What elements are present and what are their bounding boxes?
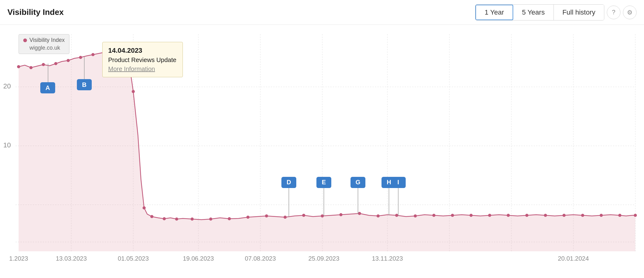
svg-point-47 [488, 214, 491, 217]
svg-point-44 [432, 214, 435, 217]
header: Visibility Index 1 Year 5 Years Full his… [0, 0, 644, 25]
legend-title: Visibility Index [29, 37, 65, 43]
legend-title-line: Visibility Index [23, 37, 65, 43]
svg-point-54 [618, 214, 621, 217]
svg-point-34 [246, 216, 249, 219]
svg-text:07.08.2023: 07.08.2023 [245, 255, 276, 262]
svg-text:10: 10 [3, 141, 11, 149]
svg-point-43 [414, 214, 417, 217]
svg-point-28 [150, 215, 153, 218]
one-year-button[interactable]: 1 Year [475, 5, 513, 20]
svg-point-46 [470, 214, 473, 217]
svg-text:H: H [387, 179, 391, 186]
visibility-chart: 20 10 [0, 25, 644, 278]
svg-point-42 [395, 214, 398, 217]
chart-legend: Visibility Index wiggle.co.uk [19, 34, 69, 54]
page-container: Visibility Index 1 Year 5 Years Full his… [0, 0, 644, 278]
svg-point-19 [54, 62, 57, 65]
svg-point-21 [79, 56, 82, 59]
svg-point-20 [67, 59, 70, 62]
svg-point-24 [116, 49, 119, 52]
svg-text:B: B [82, 81, 86, 88]
svg-point-23 [104, 51, 107, 54]
legend-color-dot [23, 38, 27, 42]
svg-point-52 [581, 214, 584, 217]
svg-point-38 [321, 214, 324, 217]
legend-subtitle: wiggle.co.uk [23, 45, 65, 51]
svg-point-22 [91, 53, 95, 56]
svg-point-55 [634, 214, 637, 217]
svg-point-29 [163, 217, 166, 220]
svg-point-31 [191, 217, 194, 221]
svg-text:A: A [46, 84, 50, 91]
svg-text:G: G [355, 179, 360, 186]
full-history-button[interactable]: Full history [554, 5, 604, 20]
svg-point-18 [42, 63, 45, 66]
help-button[interactable]: ? [607, 6, 620, 19]
svg-point-32 [209, 217, 212, 221]
svg-text:E: E [322, 179, 326, 186]
svg-text:C: C [125, 52, 129, 59]
svg-text:19.06.2023: 19.06.2023 [183, 255, 214, 262]
svg-point-16 [17, 65, 20, 68]
svg-point-17 [29, 66, 33, 69]
five-years-button[interactable]: 5 Years [513, 5, 554, 20]
settings-button[interactable]: ⚙ [623, 6, 637, 19]
svg-text:13.11.2023: 13.11.2023 [372, 255, 403, 262]
svg-text:I: I [397, 179, 399, 186]
svg-point-30 [175, 217, 178, 221]
svg-point-37 [302, 214, 305, 217]
time-range-group: 1 Year 5 Years Full history [475, 4, 604, 20]
svg-point-50 [544, 214, 547, 217]
page-title: Visibility Index [7, 7, 64, 17]
svg-point-33 [228, 217, 231, 220]
svg-point-26 [132, 90, 135, 93]
svg-point-48 [507, 214, 510, 217]
svg-point-41 [377, 214, 380, 217]
svg-point-53 [600, 214, 603, 217]
svg-text:D: D [287, 179, 291, 186]
svg-text:13.03.2023: 13.03.2023 [56, 255, 87, 262]
svg-text:01.05.2023: 01.05.2023 [118, 255, 149, 262]
header-controls: 1 Year 5 Years Full history ? ⚙ [475, 4, 637, 20]
svg-point-35 [265, 214, 268, 217]
svg-point-45 [451, 214, 454, 217]
svg-point-49 [525, 214, 528, 217]
svg-text:1.2023: 1.2023 [9, 255, 28, 262]
svg-point-39 [339, 213, 342, 216]
svg-text:20.01.2024: 20.01.2024 [558, 255, 589, 262]
svg-point-51 [562, 214, 566, 217]
svg-text:25.09.2023: 25.09.2023 [308, 255, 339, 262]
svg-point-27 [143, 206, 146, 209]
svg-text:20: 20 [3, 82, 11, 90]
svg-point-36 [284, 216, 287, 219]
svg-point-40 [358, 212, 361, 215]
chart-area: 20 10 [0, 25, 644, 278]
